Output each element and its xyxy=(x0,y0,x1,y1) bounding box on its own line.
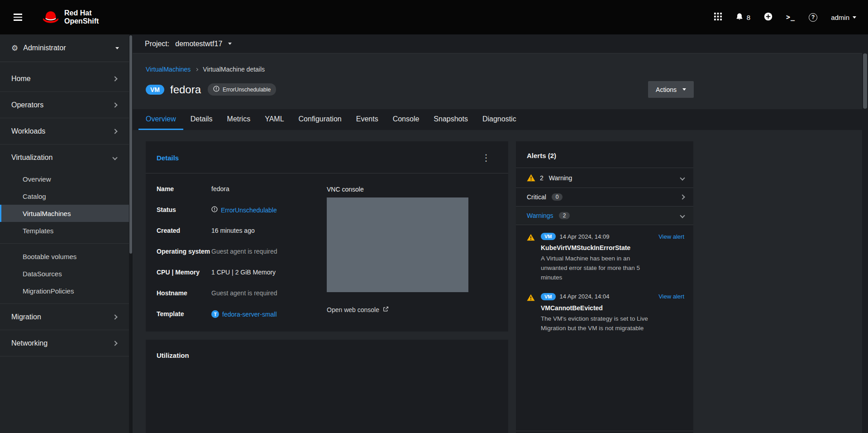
page-scrollbar[interactable] xyxy=(862,34,868,433)
alert-description: A Virtual Machine has been in an unwante… xyxy=(541,254,652,283)
chevron-right-icon xyxy=(112,314,117,319)
warning-triangle-icon xyxy=(527,294,535,301)
page-title: fedora xyxy=(170,83,201,96)
terminal-icon: >_ xyxy=(786,13,795,21)
details-field-template: Template T fedora-server-small xyxy=(157,310,327,318)
details-field-hostname: Hostname Guest agent is required xyxy=(157,289,327,297)
warning-count: 2 xyxy=(540,174,544,182)
alerts-card-title: Alerts (2) xyxy=(516,141,693,168)
notifications-button[interactable]: 8 xyxy=(735,12,750,22)
details-field-name: Name fedora xyxy=(157,185,327,193)
vnc-console-label: VNC console xyxy=(327,186,468,193)
tab-overview[interactable]: Overview xyxy=(138,109,183,130)
template-icon: T xyxy=(211,310,219,318)
tab-details[interactable]: Details xyxy=(183,109,220,130)
sidebar-item-templates[interactable]: Templates xyxy=(0,222,129,239)
view-alert-link[interactable]: View alert xyxy=(658,233,684,240)
details-card-title-link[interactable]: Details xyxy=(157,154,179,162)
user-menu[interactable]: admin xyxy=(831,14,856,21)
chevron-right-icon xyxy=(112,76,117,81)
sidebar-item-migrationpolicies[interactable]: MigrationPolicies xyxy=(0,282,129,299)
sidebar-item-home[interactable]: Home xyxy=(0,66,129,91)
critical-count-badge: 0 xyxy=(552,193,563,201)
tab-console[interactable]: Console xyxy=(386,109,427,130)
tab-diagnostic[interactable]: Diagnostic xyxy=(475,109,524,130)
alert-name: KubeVirtVMStuckInErrorState xyxy=(541,244,684,251)
chevron-down-icon xyxy=(680,175,685,180)
details-kebab-menu[interactable]: ⋮ xyxy=(482,153,491,162)
alert-item: VM 14 Apr 2024, 14:09 View alert KubeVir… xyxy=(516,225,693,285)
sidebar-nav: ⚙ Administrator Home Operators Workloads xyxy=(0,34,133,433)
sidebar-item-datasources[interactable]: DataSources xyxy=(0,265,129,282)
tab-metrics[interactable]: Metrics xyxy=(220,109,258,130)
app-launcher-button[interactable] xyxy=(714,13,722,22)
alerts-warning-summary-toggle[interactable]: 2 Warning xyxy=(516,168,693,188)
breadcrumb-virtualmachines-link[interactable]: VirtualMachines xyxy=(146,66,191,73)
alerts-card: Alerts (2) 2 Warning Critical 0 Warnings… xyxy=(516,141,693,433)
alert-timestamp: 14 Apr 2024, 14:09 xyxy=(560,233,610,240)
hamburger-icon xyxy=(14,14,22,15)
grid-icon xyxy=(714,13,722,22)
alert-timestamp: 14 Apr 2024, 14:04 xyxy=(560,293,610,300)
vm-kind-badge: VM xyxy=(541,293,556,300)
web-terminal-button[interactable]: >_ xyxy=(786,13,795,21)
sidebar-item-migration[interactable]: Migration xyxy=(0,304,129,330)
tab-snapshots[interactable]: Snapshots xyxy=(426,109,475,130)
caret-down-icon xyxy=(853,16,856,19)
chevron-right-icon xyxy=(112,129,117,134)
vm-status-badge[interactable]: ErrorUnschedulable xyxy=(208,83,276,96)
sidebar-scrollbar-thumb[interactable] xyxy=(129,35,132,254)
sidebar-item-virt-overview[interactable]: Overview xyxy=(0,170,129,188)
divider xyxy=(0,243,129,244)
help-icon: ? xyxy=(809,13,817,22)
chevron-right-icon xyxy=(680,194,685,199)
main-content: Project: demotestwtf17 VirtualMachines V… xyxy=(133,34,862,433)
warning-triangle-icon xyxy=(527,234,535,241)
sidebar-item-catalog[interactable]: Catalog xyxy=(0,188,129,205)
alerts-info-group[interactable]: Info xyxy=(516,431,693,433)
chevron-right-icon xyxy=(112,102,117,107)
vm-kind-badge: VM xyxy=(541,233,556,240)
vm-kind-badge: VM xyxy=(146,85,164,95)
caret-down-icon xyxy=(682,88,686,91)
sidebar-item-workloads[interactable]: Workloads xyxy=(0,118,129,144)
masthead: Red Hat OpenShift 8 xyxy=(0,0,868,34)
status-link[interactable]: ErrorUnschedulable xyxy=(221,207,277,214)
project-name: demotestwtf17 xyxy=(175,40,222,48)
details-field-status: Status ErrorUnschedulable xyxy=(157,206,327,214)
tab-yaml[interactable]: YAML xyxy=(258,109,291,130)
sidebar-scrollbar[interactable] xyxy=(129,34,133,433)
page-header: VirtualMachines VirtualMachine details V… xyxy=(133,53,694,109)
gear-icon: ⚙ xyxy=(11,44,18,52)
brand-logo[interactable]: Red Hat OpenShift xyxy=(41,9,99,26)
exclamation-circle-icon xyxy=(211,206,218,214)
sidebar-item-networking[interactable]: Networking xyxy=(0,330,129,356)
page-scrollbar-thumb[interactable] xyxy=(863,53,867,109)
quick-create-button[interactable] xyxy=(764,12,773,22)
tab-configuration[interactable]: Configuration xyxy=(291,109,349,130)
view-alert-link[interactable]: View alert xyxy=(658,293,684,300)
sidebar-item-bootable-volumes[interactable]: Bootable volumes xyxy=(0,248,129,265)
external-link-icon xyxy=(383,306,389,313)
tab-events[interactable]: Events xyxy=(349,109,386,130)
alerts-critical-group[interactable]: Critical 0 xyxy=(516,188,693,207)
template-link[interactable]: fedora-server-small xyxy=(222,311,277,318)
vnc-console-section: VNC console Open web console xyxy=(327,185,468,318)
caret-down-icon xyxy=(115,47,119,49)
perspective-switcher[interactable]: ⚙ Administrator xyxy=(0,34,129,62)
actions-dropdown-button[interactable]: Actions xyxy=(648,81,694,98)
details-card: Details ⋮ Name fedora Status xyxy=(146,141,508,332)
spacer xyxy=(516,336,693,431)
sidebar-item-operators[interactable]: Operators xyxy=(0,92,129,118)
menu-toggle-button[interactable] xyxy=(12,12,24,23)
project-selector[interactable]: Project: demotestwtf17 xyxy=(133,34,862,53)
vnc-console-preview[interactable] xyxy=(327,197,468,292)
help-button[interactable]: ? xyxy=(809,13,817,22)
sidebar-item-virtualmachines[interactable]: VirtualMachines xyxy=(0,205,129,222)
alerts-warnings-group[interactable]: Warnings 2 xyxy=(516,207,693,225)
bell-icon xyxy=(735,12,744,22)
username: admin xyxy=(831,14,849,21)
sidebar-item-virtualization[interactable]: Virtualization xyxy=(0,144,129,170)
chevron-down-icon xyxy=(112,155,117,160)
open-web-console-link[interactable]: Open web console xyxy=(327,306,389,313)
